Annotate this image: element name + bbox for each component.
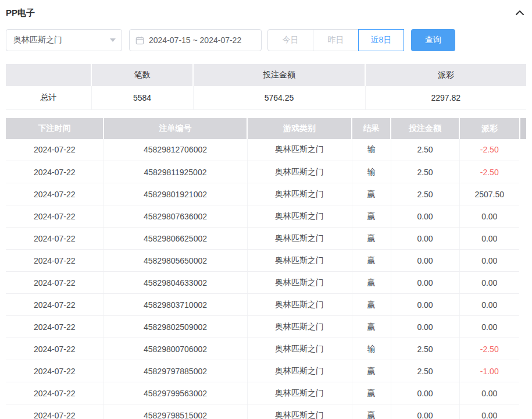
table-cell: 0.00 bbox=[391, 316, 459, 338]
table-cell: 0.00 bbox=[391, 228, 459, 250]
table-cell: 2024-07-22 bbox=[6, 316, 103, 338]
col-payout: 派彩 bbox=[459, 118, 519, 139]
col-bet-time: 下注时间 bbox=[6, 118, 103, 139]
table-cell: 0.00 bbox=[459, 382, 519, 404]
table-cell: 奥林匹斯之门 bbox=[247, 161, 352, 183]
table-cell: 赢 bbox=[352, 382, 391, 404]
table-row: 2024-07-2245829799563002奥林匹斯之门赢0.000.00 bbox=[6, 382, 519, 404]
panel-header: PP电子 bbox=[6, 6, 526, 20]
table-cell: 2.50 bbox=[391, 139, 459, 161]
table-cell: 0.00 bbox=[459, 316, 519, 338]
table-cell: 赢 bbox=[352, 250, 391, 272]
summary-total-label: 总计 bbox=[6, 86, 91, 109]
table-cell: 45829800706002 bbox=[103, 338, 247, 360]
table-cell: 0.00 bbox=[391, 404, 459, 419]
last-8-days-button[interactable]: 近8日 bbox=[358, 29, 404, 51]
table-cell: 0.00 bbox=[459, 228, 519, 250]
table-cell: 奥林匹斯之门 bbox=[247, 382, 352, 404]
table-row: 2024-07-2245829798515002奥林匹斯之门赢0.000.00 bbox=[6, 404, 519, 419]
game-select[interactable]: 奥林匹斯之门 bbox=[6, 29, 122, 51]
table-cell: 奥林匹斯之门 bbox=[247, 404, 352, 419]
col-order-number: 注单编号 bbox=[103, 118, 247, 139]
table-cell: 2.50 bbox=[391, 161, 459, 183]
date-range-picker[interactable]: 2024-07-15 ~ 2024-07-22 bbox=[129, 29, 262, 51]
collapse-button[interactable] bbox=[513, 6, 526, 19]
table-cell: 赢 bbox=[352, 316, 391, 338]
table-cell: 45829798515002 bbox=[103, 404, 247, 419]
summary-col-payout: 派彩 bbox=[365, 64, 526, 86]
table-cell: 0.00 bbox=[459, 404, 519, 419]
table-cell: 0.00 bbox=[391, 250, 459, 272]
table-cell: 0.00 bbox=[459, 250, 519, 272]
date-range-value: 2024-07-15 ~ 2024-07-22 bbox=[149, 35, 241, 45]
table-cell: 2.50 bbox=[391, 183, 459, 205]
table-cell: 2024-07-22 bbox=[6, 272, 103, 294]
table-cell: 奥林匹斯之门 bbox=[247, 183, 352, 205]
table-cell: 奥林匹斯之门 bbox=[247, 338, 352, 360]
table-cell: 输 bbox=[352, 338, 391, 360]
table-cell: 赢 bbox=[352, 205, 391, 228]
table-cell: 奥林匹斯之门 bbox=[247, 139, 352, 161]
table-cell: -2.50 bbox=[459, 161, 519, 183]
bets-header-row: 下注时间 注单编号 游戏类别 结果 投注金额 派彩 bbox=[6, 118, 519, 139]
chevron-up-icon bbox=[515, 8, 524, 17]
table-cell: 45829804633002 bbox=[103, 272, 247, 294]
table-cell: 0.00 bbox=[459, 205, 519, 228]
yesterday-button[interactable]: 昨日 bbox=[313, 29, 359, 51]
table-cell: 45829797885002 bbox=[103, 360, 247, 382]
table-cell: 0.00 bbox=[459, 272, 519, 294]
table-row: 2024-07-2245829803710002奥林匹斯之门赢0.000.00 bbox=[6, 294, 519, 316]
summary-header-row: 笔数 投注金额 派彩 bbox=[6, 64, 526, 86]
table-cell: 赢 bbox=[352, 404, 391, 419]
table-cell: -2.50 bbox=[459, 338, 519, 360]
table-cell: 0.00 bbox=[391, 294, 459, 316]
game-select-value: 奥林匹斯之门 bbox=[13, 35, 62, 45]
table-row: 2024-07-2245829811925002奥林匹斯之门输2.50-2.50 bbox=[6, 161, 519, 183]
bets-table-body: 2024-07-2245829812706002奥林匹斯之门输2.50-2.50… bbox=[6, 139, 519, 419]
table-cell: 奥林匹斯之门 bbox=[247, 250, 352, 272]
table-cell: 奥林匹斯之门 bbox=[247, 294, 352, 316]
table-cell: 赢 bbox=[352, 360, 391, 382]
table-cell: 输 bbox=[352, 161, 391, 183]
table-cell: 45829805650002 bbox=[103, 250, 247, 272]
table-row: 2024-07-2245829797885002奥林匹斯之门赢2.50-1.00 bbox=[6, 360, 519, 382]
summary-col-bet-amount: 投注金额 bbox=[193, 64, 365, 86]
table-cell: 输 bbox=[352, 139, 391, 161]
scrollbar-gutter[interactable] bbox=[519, 118, 526, 139]
table-cell: 45829799563002 bbox=[103, 382, 247, 404]
summary-total-bet-amount: 5764.25 bbox=[193, 86, 365, 109]
bets-table-wrap: 下注时间 注单编号 游戏类别 结果 投注金额 派彩 2024-07-224582… bbox=[6, 118, 519, 419]
table-row: 2024-07-2245829802509002奥林匹斯之门赢0.000.00 bbox=[6, 316, 519, 338]
summary-col-count: 笔数 bbox=[91, 64, 193, 86]
table-cell: 奥林匹斯之门 bbox=[247, 316, 352, 338]
table-row: 2024-07-2245829812706002奥林匹斯之门输2.50-2.50 bbox=[6, 139, 519, 161]
filter-bar: 奥林匹斯之门 2024-07-15 ~ 2024-07-22 今日 昨日 近8日… bbox=[6, 29, 526, 51]
table-cell: 奥林匹斯之门 bbox=[247, 360, 352, 382]
table-cell: 45829812706002 bbox=[103, 139, 247, 161]
summary-table: 笔数 投注金额 派彩 总计 5584 5764.25 2297.82 bbox=[6, 64, 526, 110]
table-cell: 2024-07-22 bbox=[6, 161, 103, 183]
table-cell: -2.50 bbox=[459, 139, 519, 161]
table-cell: 45829801921002 bbox=[103, 183, 247, 205]
table-cell: 2507.50 bbox=[459, 183, 519, 205]
table-cell: 2024-07-22 bbox=[6, 294, 103, 316]
table-cell: 2.50 bbox=[391, 360, 459, 382]
chevron-down-icon bbox=[110, 38, 116, 42]
table-cell: 45829802509002 bbox=[103, 316, 247, 338]
table-cell: 奥林匹斯之门 bbox=[247, 272, 352, 294]
query-button[interactable]: 查询 bbox=[411, 29, 455, 51]
panel-title: PP电子 bbox=[6, 8, 35, 19]
table-cell: 45829807636002 bbox=[103, 205, 247, 228]
today-button[interactable]: 今日 bbox=[267, 29, 313, 51]
col-bet-amount: 投注金额 bbox=[391, 118, 459, 139]
table-cell: 0.00 bbox=[391, 382, 459, 404]
summary-col-empty bbox=[6, 64, 91, 86]
table-cell: 赢 bbox=[352, 228, 391, 250]
table-cell: 2024-07-22 bbox=[6, 183, 103, 205]
table-cell: 0.00 bbox=[391, 272, 459, 294]
table-cell: -1.00 bbox=[459, 360, 519, 382]
table-cell: 赢 bbox=[352, 294, 391, 316]
table-cell: 45829806625002 bbox=[103, 228, 247, 250]
pp-electronic-panel: PP电子 奥林匹斯之门 2024-07-15 ~ 2024-07-22 今日 昨… bbox=[0, 0, 532, 419]
table-cell: 2024-07-22 bbox=[6, 205, 103, 228]
